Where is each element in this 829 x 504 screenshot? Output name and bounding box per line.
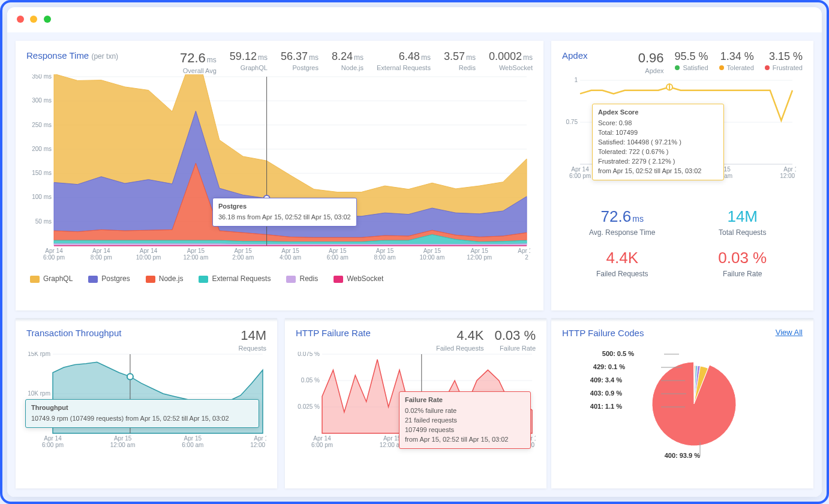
- summary-stat: 14MTotal Requests: [683, 204, 803, 245]
- svg-text:Apr 15: Apr 15: [187, 248, 205, 254]
- rt-metric: 0.0002msWebSocket: [489, 50, 533, 74]
- svg-text:8:00 am: 8:00 am: [374, 254, 396, 261]
- failure-codes-panel: HTTP Failure Codes View All 500: 0.5 %42…: [551, 318, 813, 488]
- svg-text:Apr 14: Apr 14: [140, 248, 158, 254]
- svg-text:150 ms: 150 ms: [32, 170, 52, 176]
- window-titlebar: [7, 7, 822, 32]
- svg-text:Apr 14: Apr 14: [313, 435, 331, 442]
- legend-item[interactable]: WebSocket: [334, 274, 383, 283]
- panel-title: Transaction Throughput: [26, 328, 121, 338]
- apdex-tooltip: Apdex Score Score: 0.98Total: 107499Sati…: [592, 104, 724, 180]
- panel-title: Response Time (per txn): [26, 50, 118, 61]
- svg-text:0.025 %: 0.025 %: [298, 403, 320, 410]
- rt-metric: 56.37msPostgres: [281, 50, 319, 74]
- svg-text:12:00 pm: 12:00 pm: [780, 173, 796, 179]
- svg-text:10:00 am: 10:00 am: [420, 254, 445, 261]
- rt-metric: 6.48msExternal Requests: [377, 50, 431, 74]
- svg-text:300 ms: 300 ms: [32, 97, 52, 104]
- close-window-icon[interactable]: [17, 16, 24, 23]
- svg-text:0.75: 0.75: [566, 119, 578, 125]
- svg-text:6:00 am: 6:00 am: [182, 442, 203, 448]
- svg-text:Apr 15: Apr 15: [184, 435, 202, 442]
- status-dot-icon: [675, 65, 680, 70]
- view-all-link[interactable]: View All: [776, 328, 803, 337]
- panel-title: HTTP Failure Rate: [296, 328, 371, 338]
- status-dot-icon: [719, 65, 724, 70]
- svg-text:12:00 am: 12:00 am: [110, 442, 136, 448]
- svg-text:200 ms: 200 ms: [32, 146, 52, 152]
- throughput-panel: Transaction Throughput 14M Requests 10K …: [16, 318, 277, 488]
- apdex-metric: 0.96Apdex: [638, 50, 664, 74]
- legend-item[interactable]: Redis: [286, 274, 318, 283]
- svg-text:2:00 am: 2:00 am: [232, 254, 254, 261]
- svg-text:Apr 15: Apr 15: [470, 248, 488, 254]
- svg-text:Apr 15: Apr 15: [376, 248, 394, 254]
- svg-text:Apr 14: Apr 14: [92, 248, 110, 254]
- svg-text:0.075 %: 0.075 %: [298, 352, 320, 357]
- legend-item[interactable]: Postgres: [88, 274, 130, 283]
- svg-text:Apr 14: Apr 14: [45, 248, 63, 254]
- svg-text:8:00 pm: 8:00 pm: [91, 254, 112, 261]
- svg-text:403: 0.9 %: 403: 0.9 %: [590, 390, 622, 397]
- failure-rate-metric: 0.03 %Failure Rate: [495, 328, 536, 352]
- legend-item[interactable]: GraphQL: [30, 274, 73, 283]
- apdex-panel: Apdex 0.96Apdex95.5 %Satisfied1.34 %Tole…: [551, 41, 813, 310]
- throughput-metric: 14M Requests: [239, 328, 266, 352]
- failure-rate-tooltip: Failure Rate 0.02% failure rate21 failed…: [399, 391, 531, 449]
- svg-text:50 ms: 50 ms: [35, 218, 52, 225]
- svg-text:6:00 pm: 6:00 pm: [569, 173, 591, 179]
- response-time-tooltip: Postgres 36.18 ms from Apr 15, 02:52 til…: [212, 198, 357, 227]
- svg-text:Apr 15: Apr 15: [329, 248, 347, 254]
- svg-text:Apr 15: Apr 15: [114, 435, 132, 442]
- svg-text:Apr 15: Apr 15: [254, 435, 266, 442]
- panel-title: Apdex: [562, 50, 588, 61]
- svg-text:409: 3.4 %: 409: 3.4 %: [590, 376, 622, 384]
- svg-text:Apr 15: Apr 15: [783, 166, 796, 173]
- svg-text:Apr 14: Apr 14: [571, 166, 589, 173]
- svg-text:6:00 pm: 6:00 pm: [42, 442, 64, 448]
- svg-text:6:00 pm: 6:00 pm: [311, 442, 333, 448]
- response-time-chart[interactable]: 50 ms100 ms150 ms200 ms250 ms300 ms350 m…: [26, 74, 530, 266]
- maximize-window-icon[interactable]: [44, 16, 51, 23]
- svg-text:12:00 pm: 12:00 pm: [250, 442, 266, 448]
- panel-title: HTTP Failure Codes: [562, 328, 644, 338]
- rt-metric: 72.6msOverall Avg: [180, 50, 217, 74]
- apdex-metric: 1.34 %Tolerated: [719, 50, 754, 74]
- svg-text:401: 1.1 %: 401: 1.1 %: [590, 403, 622, 410]
- svg-text:400: 93.9 %: 400: 93.9 %: [665, 452, 701, 459]
- apdex-metric: 95.5 %Satisfied: [675, 50, 708, 74]
- svg-text:4:00 am: 4:00 am: [280, 254, 301, 261]
- svg-text:Apr 15: Apr 15: [234, 248, 252, 254]
- rt-metric: 8.24msNode.js: [332, 50, 364, 74]
- svg-text:10K rpm: 10K rpm: [28, 390, 50, 397]
- svg-text:2: 2: [525, 254, 528, 261]
- svg-text:12:00 pm: 12:00 pm: [467, 254, 492, 261]
- svg-text:500: 0.5 %: 500: 0.5 %: [602, 350, 634, 357]
- legend-item[interactable]: External Requests: [199, 274, 271, 283]
- summary-stat: 4.4KFailed Requests: [562, 245, 683, 286]
- svg-text:250 ms: 250 ms: [32, 122, 52, 128]
- failure-rate-panel: HTTP Failure Rate 4.4KFailed Requests0.0…: [285, 318, 546, 488]
- apdex-summary-stats: 72.6msAvg. Response Time14MTotal Request…: [562, 204, 803, 286]
- failure-codes-chart[interactable]: 500: 0.5 %429: 0.1 %409: 3.4 %403: 0.9 %…: [562, 338, 796, 464]
- svg-text:100 ms: 100 ms: [32, 194, 52, 200]
- svg-text:Apr 14: Apr 14: [44, 435, 62, 442]
- summary-stat: 72.6msAvg. Response Time: [562, 204, 683, 245]
- legend-item[interactable]: Node.js: [146, 274, 184, 283]
- svg-text:0.05 %: 0.05 %: [301, 377, 320, 384]
- svg-text:10:00 pm: 10:00 pm: [136, 254, 161, 261]
- throughput-tooltip: Throughput 10749.9 rpm (107499 requests)…: [25, 399, 259, 428]
- apdex-metric: 3.15 %Frustrated: [765, 50, 803, 74]
- rt-metric: 59.12msGraphQL: [230, 50, 268, 74]
- svg-text:6:00 pm: 6:00 pm: [43, 254, 65, 261]
- response-time-panel: Response Time (per txn) 72.6msOverall Av…: [16, 41, 543, 310]
- svg-text:1: 1: [574, 77, 578, 83]
- response-time-legend: GraphQLPostgresNode.jsExternal RequestsR…: [26, 268, 533, 283]
- svg-text:Apr 15: Apr 15: [518, 248, 530, 254]
- svg-text:429: 0.1 %: 429: 0.1 %: [593, 363, 625, 370]
- minimize-window-icon[interactable]: [30, 16, 37, 23]
- rt-metric: 3.57msRedis: [444, 50, 476, 74]
- svg-text:6:00 am: 6:00 am: [327, 254, 349, 261]
- svg-text:Apr 15: Apr 15: [281, 248, 299, 254]
- svg-text:350 ms: 350 ms: [32, 74, 52, 80]
